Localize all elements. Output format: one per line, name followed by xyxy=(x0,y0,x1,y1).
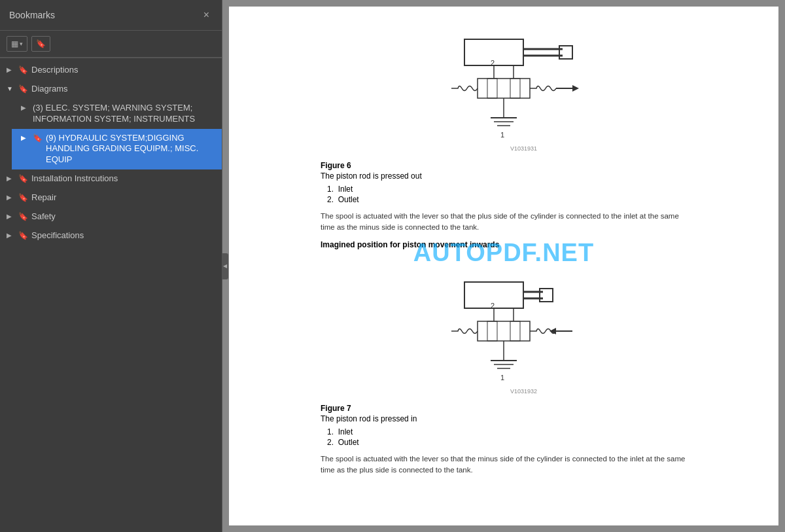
svg-rect-6 xyxy=(487,79,497,98)
figure7-subtitle: The piston rod is pressed in xyxy=(321,414,687,423)
sidebar-item-label: Descriptions xyxy=(31,65,78,76)
svg-rect-5 xyxy=(478,79,530,98)
list-item: 1. Inlet xyxy=(327,185,687,194)
bookmark-icon: 🔖 xyxy=(36,39,46,48)
sidebar-item-repair[interactable]: ▶ 🔖 Repair xyxy=(0,188,222,207)
sidebar-item-label: Specifications xyxy=(31,230,84,241)
figure7-container: 2 1 xyxy=(255,269,752,483)
sidebar-item-label: Diagrams xyxy=(31,84,68,95)
item-num: 2. xyxy=(327,195,334,204)
sidebar-item-label: Installation Instrcutions xyxy=(31,173,118,185)
figure6-caption-area: Figure 6 The piston rod is pressed out 1… xyxy=(321,161,687,256)
figure7-title: Figure 7 xyxy=(321,404,687,413)
svg-rect-7 xyxy=(510,79,520,98)
list-item: 2. Outlet xyxy=(327,195,687,204)
svg-text:V1031931: V1031931 xyxy=(510,145,537,152)
bookmark-icon: 🔖 xyxy=(18,173,29,183)
figure7-svg: 2 1 xyxy=(412,269,595,400)
expand-arrow-icon: ▼ xyxy=(7,84,16,92)
section-heading-inwards: Imagined position for piston movement in… xyxy=(321,240,687,249)
expand-arrow-icon: ▶ xyxy=(7,65,16,73)
sidebar-title: Bookmarks xyxy=(9,10,55,20)
svg-rect-21 xyxy=(540,289,553,302)
svg-text:1: 1 xyxy=(500,374,504,381)
diagrams-children: ▶ (3) ELEC. SYSTEM; WARNING SYSTEM; INFO… xyxy=(0,99,222,169)
bookmark-view-button[interactable]: 🔖 xyxy=(31,36,50,52)
figure6-body-text: The spool is actuated with the lever so … xyxy=(321,211,687,234)
dropdown-arrow-icon: ▾ xyxy=(20,41,23,47)
figure6-svg: 2 1 xyxy=(412,26,595,157)
svg-rect-23 xyxy=(478,321,530,341)
sidebar: Bookmarks × ▦ ▾ 🔖 ▶ 🔖 Descriptions ▼ 🔖 D… xyxy=(0,0,222,532)
item-num: 1. xyxy=(327,185,334,194)
sidebar-item-label: (3) ELEC. SYSTEM; WARNING SYSTEM; INFORM… xyxy=(33,103,215,125)
expand-arrow-icon: ▶ xyxy=(7,230,16,239)
figure6-subtitle: The piston rod is pressed out xyxy=(321,171,687,181)
sidebar-item-label: (9) HYDRAULIC SYSTEM;DIGGING HANDLING GR… xyxy=(46,133,215,166)
page-view[interactable]: 2 1 xyxy=(229,7,778,525)
close-button[interactable]: × xyxy=(200,8,213,22)
bookmark-icon: 🔖 xyxy=(18,211,29,221)
sidebar-collapse-handle[interactable]: ◀ xyxy=(222,253,228,279)
figure6-list: 1. Inlet 2. Outlet xyxy=(321,185,687,204)
bookmark-icon: 🔖 xyxy=(18,192,29,202)
sidebar-item-specifications[interactable]: ▶ 🔖 Specifications xyxy=(0,226,222,245)
bookmark-icon: 🔖 xyxy=(18,84,29,94)
expand-arrow-icon: ▶ xyxy=(21,133,30,141)
item-num: 2. xyxy=(327,438,334,447)
sidebar-header: Bookmarks × xyxy=(0,0,222,31)
sidebar-item-label: Safety xyxy=(31,211,56,222)
page-view-button[interactable]: ▦ ▾ xyxy=(7,36,27,52)
sidebar-item-label: Repair xyxy=(31,192,56,204)
bookmarks-tree: ▶ 🔖 Descriptions ▼ 🔖 Diagrams ▶ (3) ELEC… xyxy=(0,58,222,532)
svg-rect-25 xyxy=(510,321,520,341)
sidebar-item-descriptions[interactable]: ▶ 🔖 Descriptions xyxy=(0,61,222,80)
figure7-caption-area: Figure 7 The piston rod is pressed in 1.… xyxy=(321,404,687,483)
svg-rect-3 xyxy=(559,46,572,59)
figure7-body-text: The spool is actuated with the lever so … xyxy=(321,453,687,476)
sidebar-item-safety[interactable]: ▶ 🔖 Safety xyxy=(0,207,222,226)
page-view-icon: ▦ xyxy=(11,39,18,48)
sidebar-toolbar: ▦ ▾ 🔖 xyxy=(0,31,222,58)
list-item: 1. Inlet xyxy=(327,427,687,436)
bookmark-icon: 🔖 xyxy=(33,133,43,143)
expand-arrow-icon: ▶ xyxy=(21,103,30,111)
bookmark-icon: 🔖 xyxy=(18,230,29,240)
sidebar-item-diagrams-elec[interactable]: ▶ (3) ELEC. SYSTEM; WARNING SYSTEM; INFO… xyxy=(12,99,222,129)
list-item: 2. Outlet xyxy=(327,438,687,447)
svg-text:1: 1 xyxy=(500,131,504,139)
expand-arrow-icon: ▶ xyxy=(7,192,16,201)
sidebar-item-diagrams-hydraulic[interactable]: ▶ 🔖 (9) HYDRAULIC SYSTEM;DIGGING HANDLIN… xyxy=(12,129,222,170)
bookmark-icon: 🔖 xyxy=(18,65,29,75)
main-content: 2 1 xyxy=(222,0,785,532)
figure7-list: 1. Inlet 2. Outlet xyxy=(321,427,687,447)
figure6-container: 2 1 xyxy=(255,26,752,256)
sidebar-item-installation[interactable]: ▶ 🔖 Installation Instrcutions xyxy=(0,169,222,188)
svg-rect-24 xyxy=(487,321,497,341)
expand-arrow-icon: ▶ xyxy=(7,173,16,182)
figure6-title: Figure 6 xyxy=(321,161,687,170)
sidebar-item-diagrams[interactable]: ▼ 🔖 Diagrams xyxy=(0,80,222,99)
svg-marker-9 xyxy=(572,85,579,92)
svg-text:V1031932: V1031932 xyxy=(510,388,537,395)
expand-arrow-icon: ▶ xyxy=(7,211,16,220)
item-num: 1. xyxy=(327,427,334,436)
